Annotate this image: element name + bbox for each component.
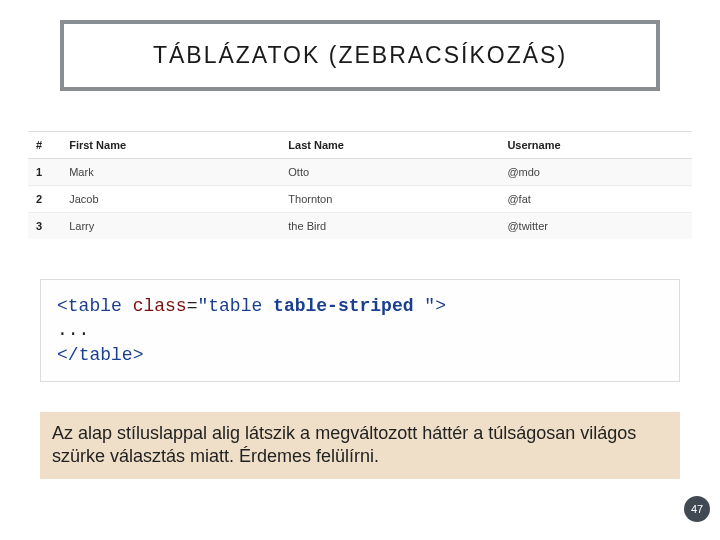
slide-title-box: TÁBLÁZATOK (ZEBRACSÍKOZÁS) xyxy=(60,20,660,91)
code-token: " xyxy=(424,296,435,316)
page-number: 47 xyxy=(691,503,703,515)
cell-firstname: Mark xyxy=(61,159,280,186)
code-snippet: <table class="table table-striped "> ...… xyxy=(40,279,680,382)
code-token: < xyxy=(57,345,68,365)
cell-firstname: Larry xyxy=(61,213,280,240)
code-token-emphasis: table-striped xyxy=(273,296,413,316)
note-text: Az alap stíluslappal alig látszik a megv… xyxy=(52,423,636,466)
col-header-index: # xyxy=(28,132,61,159)
slide-title: TÁBLÁZATOK (ZEBRACSÍKOZÁS) xyxy=(153,42,567,68)
code-line-3: </table> xyxy=(57,343,663,367)
code-token: = xyxy=(187,296,198,316)
table-row: 1 Mark Otto @mdo xyxy=(28,159,692,186)
code-token: ... xyxy=(57,320,89,340)
example-table-wrap: # First Name Last Name Username 1 Mark O… xyxy=(28,131,692,239)
cell-firstname: Jacob xyxy=(61,186,280,213)
col-header-firstname: First Name xyxy=(61,132,280,159)
code-token: " xyxy=(197,296,208,316)
cell-lastname: the Bird xyxy=(280,213,499,240)
code-token: < xyxy=(57,296,68,316)
cell-index: 2 xyxy=(28,186,61,213)
cell-index: 1 xyxy=(28,159,61,186)
code-line-1: <table class="table table-striped "> xyxy=(57,294,663,318)
cell-username: @fat xyxy=(499,186,692,213)
code-token: table xyxy=(208,296,273,316)
note-box: Az alap stíluslappal alig látszik a megv… xyxy=(40,412,680,479)
cell-username: @twitter xyxy=(499,213,692,240)
code-token: table xyxy=(68,296,122,316)
code-line-2: ... xyxy=(57,318,663,342)
page-number-badge: 47 xyxy=(684,496,710,522)
col-header-lastname: Last Name xyxy=(280,132,499,159)
table-row: 3 Larry the Bird @twitter xyxy=(28,213,692,240)
code-token: / xyxy=(68,345,79,365)
example-table: # First Name Last Name Username 1 Mark O… xyxy=(28,131,692,239)
cell-index: 3 xyxy=(28,213,61,240)
code-token: class xyxy=(122,296,187,316)
code-token: > xyxy=(133,345,144,365)
table-row: 2 Jacob Thornton @fat xyxy=(28,186,692,213)
cell-lastname: Thornton xyxy=(280,186,499,213)
code-token: table xyxy=(79,345,133,365)
col-header-username: Username xyxy=(499,132,692,159)
table-header-row: # First Name Last Name Username xyxy=(28,132,692,159)
code-token xyxy=(414,296,425,316)
code-token: > xyxy=(435,296,446,316)
cell-lastname: Otto xyxy=(280,159,499,186)
cell-username: @mdo xyxy=(499,159,692,186)
